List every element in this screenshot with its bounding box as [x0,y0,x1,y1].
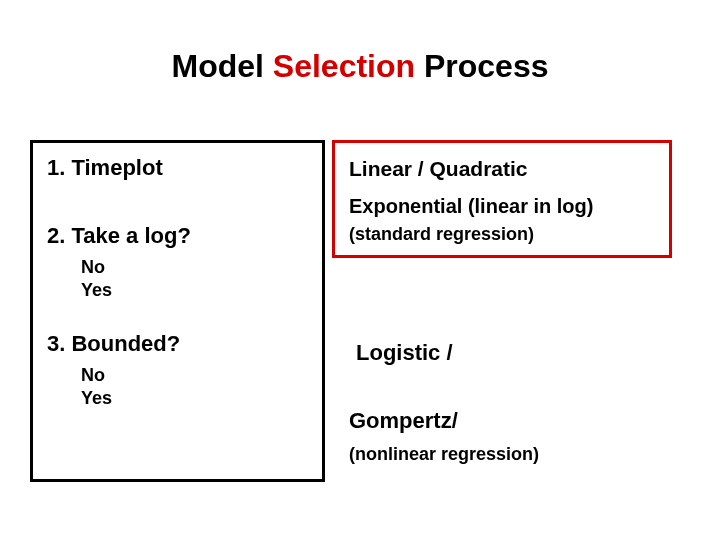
logistic-label: Logistic / [356,340,453,366]
step-3-no: No [81,365,308,386]
standard-regression-label: (standard regression) [349,224,655,245]
title-part2-red: Selection [273,48,415,84]
step-2: 2. Take a log? [47,223,308,249]
linear-quadratic-label: Linear / Quadratic [349,157,655,181]
step-3-options: No Yes [47,365,308,409]
step-2-no: No [81,257,308,278]
slide-title: Model Selection Process [0,48,720,85]
step-3: 3. Bounded? [47,331,308,357]
steps-box: 1. Timeplot 2. Take a log? No Yes 3. Bou… [30,140,325,482]
step-2-options: No Yes [47,257,308,301]
step-1: 1. Timeplot [47,155,308,181]
models-box: Linear / Quadratic Exponential (linear i… [332,140,672,258]
step-2-yes: Yes [81,280,308,301]
title-part1: Model [171,48,272,84]
step-3-yes: Yes [81,388,308,409]
nonlinear-regression-label: (nonlinear regression) [349,444,539,465]
gompertz-label: Gompertz/ [349,408,458,434]
exponential-label: Exponential (linear in log) [349,195,655,218]
title-part3: Process [415,48,548,84]
